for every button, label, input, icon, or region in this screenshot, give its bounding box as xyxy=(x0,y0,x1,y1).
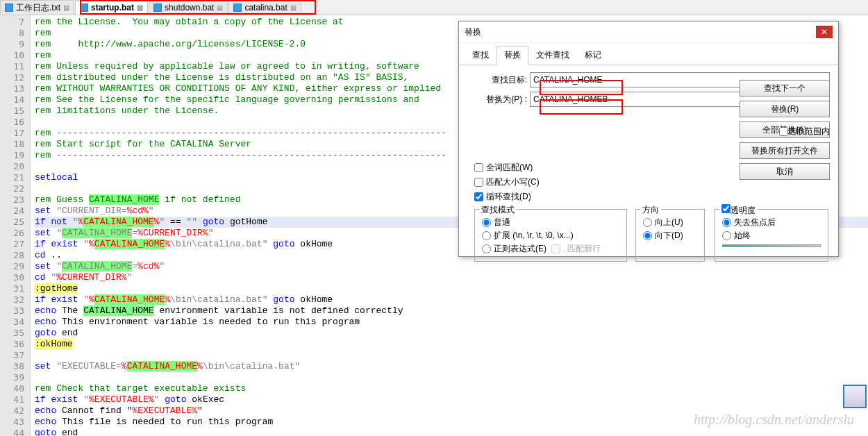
replace-label: 替换为(P) : xyxy=(467,94,530,106)
file-icon xyxy=(80,3,88,12)
replace-button[interactable]: 替换(R) xyxy=(740,101,830,117)
code-line[interactable]: :gotHome xyxy=(35,283,868,294)
tab-shutdown-bat[interactable]: shutdown.bat⊠ xyxy=(149,0,228,15)
tab-label: 工作日志.txt xyxy=(16,2,60,14)
code-line[interactable]: echo The CATALINA_HOME environment varia… xyxy=(35,305,868,317)
dir-legend: 方向 xyxy=(640,204,661,216)
find-label: 查找目标: xyxy=(467,74,530,86)
mode-extended-radio[interactable] xyxy=(482,231,491,240)
code-line[interactable] xyxy=(35,372,868,383)
close-icon[interactable]: ✕ xyxy=(816,26,833,38)
wrap-label: 循环查找(D) xyxy=(486,191,531,203)
tab-label: startup.bat xyxy=(91,3,134,12)
mode-extended-label: 扩展 (\n, \r, \t, \0, \x...) xyxy=(494,230,574,242)
file-icon xyxy=(5,3,13,12)
code-line[interactable] xyxy=(35,350,868,361)
dialog-tab-1[interactable]: 替换 xyxy=(496,46,528,65)
code-line[interactable]: set "CATALINA_HOME=%cd%" xyxy=(35,261,868,272)
mode-normal-label: 普通 xyxy=(494,217,510,228)
wrap-checkbox[interactable] xyxy=(474,192,483,201)
mode-legend: 查找模式 xyxy=(479,204,517,216)
file-icon xyxy=(153,3,162,12)
tab-startup-bat[interactable]: startup.bat⊠ xyxy=(75,0,148,15)
code-line[interactable]: echo This environment variable is needed… xyxy=(35,317,868,328)
tab-catalina-bat[interactable]: catalina.bat⊠ xyxy=(228,0,301,15)
watermark: http://blog.csdn.net/anderslu xyxy=(694,412,854,428)
tab-label: catalina.bat xyxy=(244,3,287,12)
whole-word-label: 全词匹配(W) xyxy=(486,162,533,174)
dialog-title: 替换 xyxy=(465,26,481,38)
code-line[interactable]: set "EXECUTABLE=%CATALINA_HOME%\bin\cata… xyxy=(35,361,868,372)
dir-up-radio[interactable] xyxy=(643,218,652,227)
mode-regex-radio[interactable] xyxy=(482,244,491,253)
close-icon[interactable]: ⊠ xyxy=(63,3,69,12)
trans-always-radio[interactable] xyxy=(722,231,731,240)
dialog-tabs: 查找替换文件查找标记 xyxy=(459,43,838,65)
minimap-icon[interactable] xyxy=(843,385,867,408)
code-line[interactable]: :okHome xyxy=(35,339,868,350)
code-line[interactable]: goto end xyxy=(35,328,868,339)
dialog-tab-0[interactable]: 查找 xyxy=(465,46,496,65)
selection-only-label: 选取范围内 xyxy=(788,126,830,137)
tab--txt[interactable]: 工作日志.txt⊠ xyxy=(0,0,74,15)
trans-enable-checkbox[interactable] xyxy=(721,204,731,213)
direction-group: 方向 向上(U) 向下(D) xyxy=(635,209,705,262)
tab-bar: 工作日志.txt⊠startup.bat⊠shutdown.bat⊠catali… xyxy=(0,0,868,15)
code-line[interactable]: goto end xyxy=(35,428,868,436)
transparency-group: 透明度 失去焦点后 始终 xyxy=(715,209,828,262)
close-icon[interactable]: ⊠ xyxy=(137,3,143,12)
dialog-tab-3[interactable]: 标记 xyxy=(577,46,609,65)
replace-dialog: 替换 ✕ 查找替换文件查找标记 查找目标: 替换为(P) : 查找下一个 替换(… xyxy=(458,21,839,257)
match-case-label: 匹配大小写(C) xyxy=(486,176,540,188)
trans-legend-label: 透明度 xyxy=(731,206,756,215)
dir-up-label: 向上(U) xyxy=(655,217,683,228)
close-icon[interactable]: ⊠ xyxy=(290,3,297,12)
tab-label: shutdown.bat xyxy=(165,3,214,12)
trans-onblur-radio[interactable] xyxy=(722,218,731,227)
replace-all-open-button[interactable]: 替换所有打开文件 xyxy=(740,142,830,159)
find-next-button[interactable]: 查找下一个 xyxy=(740,80,830,97)
line-gutter: 7891011121314151617181920212223242526272… xyxy=(0,15,31,436)
search-mode-group: 查找模式 普通 扩展 (\n, \r, \t, \0, \x...) 正则表达式… xyxy=(474,209,627,262)
trans-onblur-label: 失去焦点后 xyxy=(734,217,776,228)
selection-only-checkbox[interactable] xyxy=(779,127,788,136)
code-line[interactable]: cd "%CURRENT_DIR%" xyxy=(35,272,868,283)
trans-legend: 透明度 xyxy=(719,204,758,217)
file-icon xyxy=(233,3,242,12)
close-icon[interactable]: ⊠ xyxy=(217,3,223,12)
transparency-slider[interactable] xyxy=(722,244,821,247)
dir-down-label: 向下(D) xyxy=(655,230,683,242)
cancel-button[interactable]: 取消 xyxy=(740,163,830,180)
mode-normal-radio[interactable] xyxy=(482,218,491,227)
whole-word-checkbox[interactable] xyxy=(474,163,483,172)
dot-newline-label: . 匹配新行 xyxy=(563,243,601,255)
trans-always-label: 始终 xyxy=(734,230,751,242)
code-line[interactable]: rem Check that target executable exists xyxy=(35,383,868,394)
code-line[interactable]: if exist "%CATALINA_HOME%\bin\catalina.b… xyxy=(35,294,868,305)
code-line[interactable]: if exist "%EXECUTABLE%" goto okExec xyxy=(35,394,868,405)
mode-regex-label: 正则表达式(E) xyxy=(494,243,546,255)
match-case-checkbox[interactable] xyxy=(474,178,483,187)
dot-newline-checkbox xyxy=(551,244,560,253)
dialog-tab-2[interactable]: 文件查找 xyxy=(528,46,577,65)
dir-down-radio[interactable] xyxy=(643,231,652,240)
